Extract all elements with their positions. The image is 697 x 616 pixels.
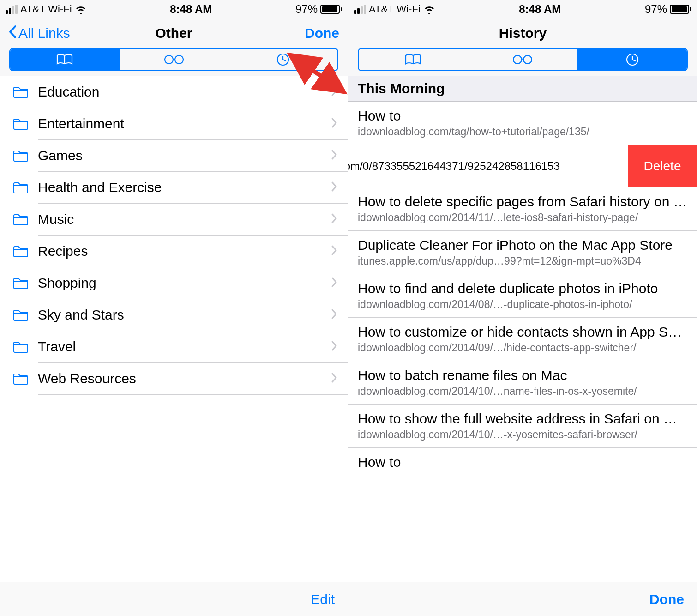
svg-point-4 (523, 55, 532, 64)
segment-reading-list[interactable] (120, 49, 229, 70)
folder-row[interactable]: Web Resources (0, 363, 348, 394)
folder-icon (13, 213, 30, 226)
book-icon (404, 53, 422, 66)
section-header: This Morning (348, 76, 697, 102)
folder-label: Games (38, 148, 83, 163)
history-title: How to find and delete duplicate photos … (358, 281, 688, 296)
folder-label: Education (38, 84, 99, 100)
chevron-right-icon (331, 85, 337, 98)
folder-row[interactable]: Education (0, 76, 348, 108)
folder-row[interactable]: Entertainment (0, 108, 348, 139)
history-title: How to (358, 454, 688, 470)
history-list: How toidownloadblog.com/tag/how-to+tutor… (348, 102, 697, 582)
folder-icon (13, 372, 30, 385)
nav-title: History (348, 25, 697, 41)
history-title: How to customize or hide contacts shown … (358, 324, 688, 340)
folder-row[interactable]: Games (0, 140, 348, 171)
glasses-icon (162, 54, 186, 65)
folder-row[interactable]: Sky and Stars (0, 299, 348, 331)
clock-label: 8:48 AM (519, 3, 561, 16)
folder-label: Travel (38, 339, 76, 355)
history-row[interactable]: How toidownloadblog.com/tag/how-to+tutor… (348, 102, 697, 145)
folder-row[interactable]: Recipes (0, 236, 348, 267)
chevron-right-icon (331, 181, 337, 194)
history-title: How to delete specific pages from Safari… (358, 194, 688, 210)
history-title: Duplicate Cleaner For iPhoto on the Mac … (358, 237, 688, 253)
back-label: All Links (18, 25, 70, 41)
folder-icon (13, 277, 30, 290)
history-url: itunes.apple.com/us/app/dup…99?mt=12&ign… (358, 255, 688, 267)
folder-row[interactable]: Travel (0, 331, 348, 362)
history-row[interactable]: How to (348, 448, 697, 470)
history-url: idownloadblog.com/2014/08/…-duplicate-ph… (358, 298, 688, 311)
history-url: .com/0/873355521644371/925242858116153 (348, 160, 560, 173)
glasses-icon (511, 54, 534, 65)
delete-button[interactable]: Delete (628, 145, 697, 187)
history-row[interactable]: How to find and delete duplicate photos … (348, 274, 697, 318)
segment-history[interactable] (578, 49, 687, 70)
toolbar: Edit (0, 582, 348, 616)
folder-icon (13, 245, 30, 258)
history-row[interactable]: How to customize or hide contacts shown … (348, 318, 697, 361)
folder-label: Recipes (38, 243, 88, 259)
battery-icon (670, 5, 691, 14)
folder-label: Shopping (38, 275, 96, 291)
chevron-right-icon (331, 308, 337, 321)
history-title: How to batch rename files on Mac (358, 368, 688, 383)
wifi-icon (423, 5, 435, 14)
svg-point-3 (513, 55, 522, 64)
history-url: idownloadblog.com/2014/10/…name-files-in… (358, 385, 688, 398)
svg-point-0 (165, 55, 173, 64)
bookmarks-screen: AT&T Wi-Fi 8:48 AM 97% All Links (0, 0, 348, 616)
nav-bar: All Links Other Done (0, 18, 348, 48)
folder-label: Web Resources (38, 371, 136, 387)
chevron-left-icon (8, 25, 17, 42)
chevron-right-icon (331, 213, 337, 226)
history-row[interactable]: How to delete specific pages from Safari… (348, 187, 697, 231)
carrier-label: AT&T Wi-Fi (20, 3, 72, 15)
segment-reading-list[interactable] (468, 49, 577, 70)
history-screen: AT&T Wi-Fi 8:48 AM 97% History (348, 0, 697, 616)
segment-bookmarks[interactable] (10, 49, 120, 70)
folder-icon (13, 117, 30, 130)
chevron-right-icon (331, 372, 337, 385)
history-row[interactable]: How to show the full website address in … (348, 405, 697, 448)
battery-icon (320, 5, 342, 14)
edit-button[interactable]: Edit (311, 592, 335, 607)
clock-icon (276, 53, 290, 66)
chevron-right-icon (331, 117, 337, 130)
folder-row[interactable]: Shopping (0, 267, 348, 299)
folder-label: Sky and Stars (38, 307, 124, 323)
folder-icon (13, 308, 30, 321)
back-button[interactable]: All Links (8, 25, 70, 42)
folder-row[interactable]: Music (0, 204, 348, 235)
chevron-right-icon (331, 340, 337, 353)
done-button[interactable]: Done (305, 25, 339, 41)
history-url: idownloadblog.com/2014/11/…lete-ios8-saf… (358, 211, 688, 224)
history-title: How to show the full website address in … (358, 411, 688, 427)
folder-icon (13, 340, 30, 353)
done-button[interactable]: Done (649, 592, 684, 607)
svg-point-1 (175, 55, 183, 64)
history-row[interactable]: Duplicate Cleaner For iPhoto on the Mac … (348, 231, 697, 274)
chevron-right-icon (331, 245, 337, 258)
folder-row[interactable]: Health and Exercise (0, 172, 348, 203)
bookmarks-segmented-control (358, 48, 688, 71)
folder-label: Entertainment (38, 116, 124, 132)
folder-label: Music (38, 211, 74, 227)
folder-label: Health and Exercise (38, 180, 162, 195)
folder-icon (13, 149, 30, 162)
nav-bar: History (348, 18, 697, 48)
status-bar: AT&T Wi-Fi 8:48 AM 97% (348, 0, 697, 18)
battery-percent-label: 97% (295, 3, 318, 16)
segment-history[interactable] (228, 49, 337, 70)
history-url: idownloadblog.com/2014/09/…/hide-contact… (358, 342, 688, 354)
segment-bookmarks[interactable] (359, 49, 468, 70)
history-url: idownloadblog.com/2014/10/…-x-yosemites-… (358, 429, 688, 441)
history-row[interactable]: .com/0/873355521644371/925242858116153De… (348, 145, 697, 187)
chevron-right-icon (331, 277, 337, 290)
history-row[interactable]: How to batch rename files on Macidownloa… (348, 361, 697, 405)
cellular-signal-icon (6, 5, 18, 14)
clock-label: 8:48 AM (170, 3, 212, 16)
history-url: idownloadblog.com/tag/how-to+tutorial/pa… (358, 126, 688, 138)
